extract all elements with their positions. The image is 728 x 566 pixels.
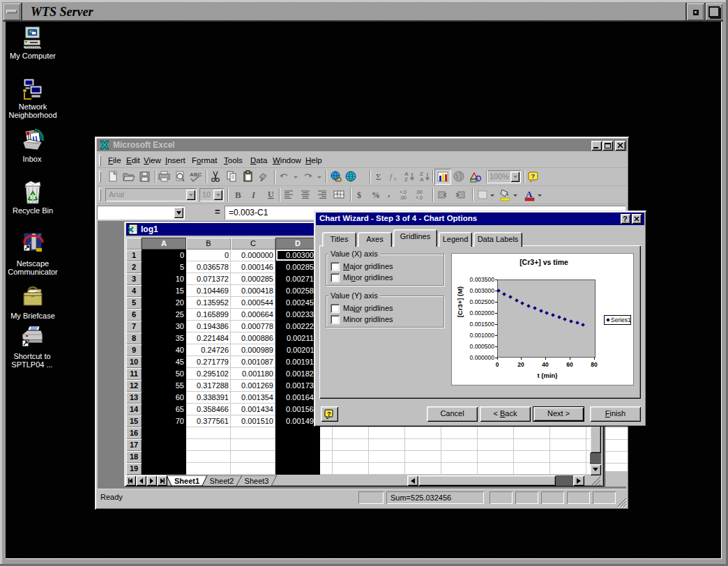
svg-text:$: $	[357, 190, 361, 200]
svg-text:?: ?	[327, 411, 331, 418]
svg-text:x: x	[393, 176, 397, 182]
svg-text:a: a	[336, 191, 338, 195]
svg-text:+.0: +.0	[400, 190, 407, 194]
svg-text:A: A	[420, 176, 424, 183]
svg-text:Σ: Σ	[376, 171, 381, 182]
svg-text:+.0: +.0	[416, 195, 423, 200]
svg-text:U: U	[268, 190, 274, 199]
svg-text:,: ,	[388, 188, 390, 199]
svg-text:Z: Z	[404, 176, 408, 183]
svg-text:.00: .00	[416, 190, 423, 194]
svg-text:B: B	[235, 190, 241, 200]
svg-text:ABC: ABC	[190, 171, 202, 178]
svg-text:.00: .00	[400, 195, 407, 200]
svg-text:I: I	[251, 190, 256, 200]
svg-text:f: f	[390, 172, 393, 181]
svg-text:%: %	[372, 190, 380, 200]
svg-text:?: ?	[531, 173, 536, 180]
